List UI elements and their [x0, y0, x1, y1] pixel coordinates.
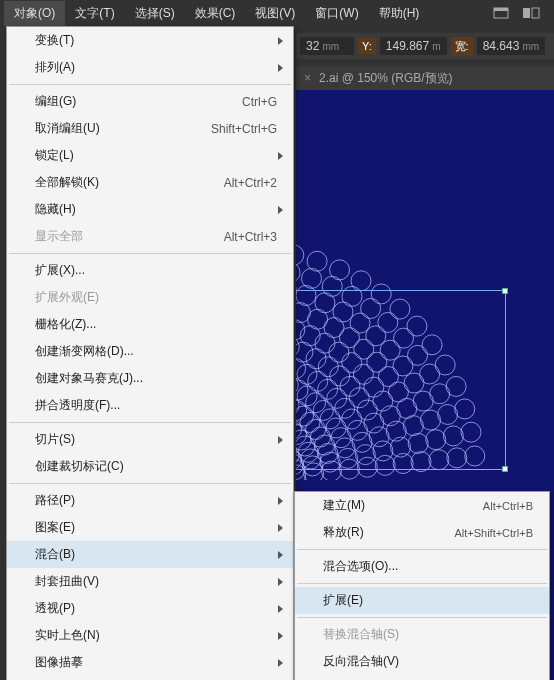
menu-item[interactable]: 变换(T)	[7, 27, 293, 54]
menu-item[interactable]: 封套扭曲(V)	[7, 568, 293, 595]
menu-object[interactable]: 对象(O)	[4, 1, 65, 26]
blend-submenu: 建立(M)Alt+Ctrl+B释放(R)Alt+Shift+Ctrl+B混合选项…	[294, 491, 550, 680]
menu-item[interactable]: 取消编组(U)Shift+Ctrl+G	[7, 115, 293, 142]
w-value[interactable]: 84.643 mm	[477, 37, 545, 55]
menu-item[interactable]: 锁定(L)	[7, 142, 293, 169]
svg-point-5	[296, 245, 304, 265]
menu-item[interactable]: 文本绕排(W)	[7, 676, 293, 680]
menu-item[interactable]: 切片(S)	[7, 426, 293, 453]
menu-item[interactable]: 栅格化(Z)...	[7, 311, 293, 338]
y-label: Y:	[358, 38, 376, 54]
submenu-item[interactable]: 扩展(E)	[295, 587, 549, 614]
menu-item: 扩展外观(E)	[7, 284, 293, 311]
svg-point-19	[296, 263, 300, 283]
menu-help[interactable]: 帮助(H)	[369, 1, 430, 26]
menu-item[interactable]: 排列(A)	[7, 54, 293, 81]
menubar: 对象(O) 文字(T) 选择(S) 效果(C) 视图(V) 窗口(W) 帮助(H…	[0, 0, 554, 26]
svg-point-7	[330, 260, 350, 280]
submenu-item[interactable]: 释放(R)Alt+Shift+Ctrl+B	[295, 519, 549, 546]
menu-item[interactable]: 拼合透明度(F)...	[7, 392, 293, 419]
menu-item[interactable]: 扩展(X)...	[7, 257, 293, 284]
menu-item[interactable]: 实时上色(N)	[7, 622, 293, 649]
menu-item[interactable]: 创建裁切标记(C)	[7, 453, 293, 480]
menu-item[interactable]: 路径(P)	[7, 487, 293, 514]
handle-br[interactable]	[502, 466, 508, 472]
object-menu-dropdown: 变换(T)排列(A)编组(G)Ctrl+G取消编组(U)Shift+Ctrl+G…	[6, 26, 294, 680]
menu-item: 显示全部Alt+Ctrl+3	[7, 223, 293, 250]
menu-item[interactable]: 混合(B)	[7, 541, 293, 568]
submenu-item: 替换混合轴(S)	[295, 621, 549, 648]
svg-rect-3	[532, 8, 539, 18]
workspace-icon[interactable]	[490, 4, 512, 22]
svg-point-8	[351, 271, 371, 291]
menu-item[interactable]: 全部解锁(K)Alt+Ctrl+2	[7, 169, 293, 196]
menu-item[interactable]: 编组(G)Ctrl+G	[7, 88, 293, 115]
handle-tr[interactable]	[502, 288, 508, 294]
coord-bar: 32 mm Y: 149.867 m 宽: 84.643 mm	[296, 33, 554, 59]
selection-bounds	[296, 290, 506, 470]
menu-item[interactable]: 隐藏(H)	[7, 196, 293, 223]
menu-type[interactable]: 文字(T)	[65, 1, 124, 26]
svg-rect-1	[494, 8, 508, 11]
menu-select[interactable]: 选择(S)	[125, 1, 185, 26]
menu-window[interactable]: 窗口(W)	[305, 1, 368, 26]
w-label: 宽:	[451, 37, 473, 56]
arrange-icon[interactable]	[520, 4, 542, 22]
submenu-item[interactable]: 建立(M)Alt+Ctrl+B	[295, 492, 549, 519]
tab-close-icon[interactable]: ×	[304, 71, 311, 85]
menu-effect[interactable]: 效果(C)	[185, 1, 246, 26]
y-value[interactable]: 149.867 m	[380, 37, 447, 55]
submenu-item[interactable]: 混合选项(O)...	[295, 553, 549, 580]
x-value[interactable]: 32 mm	[300, 37, 354, 55]
menu-item[interactable]: 图案(E)	[7, 514, 293, 541]
menu-item[interactable]: 透视(P)	[7, 595, 293, 622]
menubar-right-icons	[490, 4, 550, 22]
submenu-item[interactable]: 反向混合轴(V)	[295, 648, 549, 675]
document-tabbar: × 2.ai @ 150% (RGB/预览)	[296, 66, 554, 90]
svg-rect-2	[523, 8, 530, 18]
menu-view[interactable]: 视图(V)	[245, 1, 305, 26]
submenu-item[interactable]: 反向堆叠(F)	[295, 675, 549, 680]
menu-item[interactable]: 创建对象马赛克(J)...	[7, 365, 293, 392]
menu-item[interactable]: 图像描摹	[7, 649, 293, 676]
menu-item[interactable]: 创建渐变网格(D)...	[7, 338, 293, 365]
tab-title[interactable]: 2.ai @ 150% (RGB/预览)	[319, 70, 453, 87]
